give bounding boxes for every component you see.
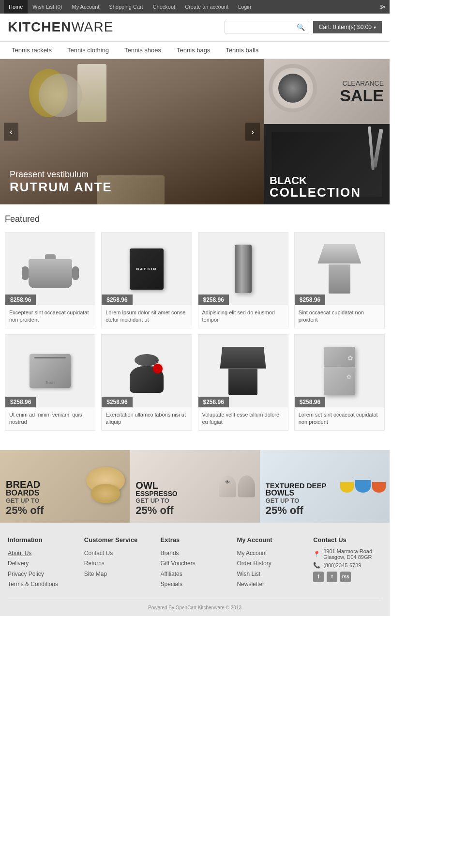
footer-link-orderhistory[interactable]: Order History — [237, 558, 305, 569]
currency-selector[interactable]: $▾ — [380, 4, 386, 10]
cat-tennis-shoes[interactable]: Tennis shoes — [117, 42, 169, 59]
footer-link-sitemap[interactable]: Site Map — [84, 569, 153, 580]
footer-link-gift-vouchers[interactable]: Gift Vouchers — [161, 558, 229, 569]
pot-visual — [26, 249, 75, 288]
facebook-icon[interactable]: f — [313, 572, 324, 582]
phone-icon: 📞 — [313, 562, 320, 569]
cat-tennis-bags[interactable]: Tennis bags — [169, 42, 218, 59]
nav-myaccount[interactable]: My Account — [67, 0, 104, 14]
grinder-visual — [125, 349, 168, 393]
footer-link-contact[interactable]: Contact Us — [84, 548, 153, 559]
toaster-visual: Braun — [30, 354, 71, 388]
twitter-icon[interactable]: t — [327, 572, 337, 582]
bread-deco — [86, 467, 125, 506]
fridge-visual: ✿ ✿ — [324, 347, 355, 395]
clearance-line2: SALE — [340, 87, 384, 104]
black-line2: COLLECTION — [270, 186, 361, 199]
footer-address: 📍 8901 Marmora Road, Glasgow, D04 89GR — [313, 548, 382, 560]
cat-tennis-balls[interactable]: Tennis balls — [218, 42, 266, 59]
promo-banner-owl[interactable]: 👁 OWL ESSPRESSO GET UP TO 25% off — [130, 450, 259, 523]
site-logo[interactable]: KITCHENWARE — [8, 19, 113, 35]
deco-knife1 — [373, 129, 383, 168]
footer-col-myaccount: My Account My Account Order History Wish… — [237, 536, 305, 590]
product-card-8[interactable]: ✿ ✿ $258.96 Lorem set sint occaecat cupi… — [294, 334, 385, 431]
price-badge-2: $258.96 — [102, 294, 132, 305]
product-img-4: $258.96 — [295, 232, 384, 305]
footer-link-affiliates[interactable]: Affiliates — [161, 569, 229, 580]
location-icon: 📍 — [313, 551, 320, 558]
top-nav-links: Home Wish List (0) My Account Shopping C… — [4, 0, 256, 14]
price-badge-7: $258.96 — [198, 397, 229, 407]
footer-phone-text: (800)2345-6789 — [323, 562, 361, 568]
promo-text-bread: BREAD BOARDS GET UP TO 25% off — [6, 480, 44, 517]
footer-col-extras-title: Extras — [161, 536, 229, 543]
product-card-5[interactable]: Braun $258.96 Ut enim ad minim veniam, q… — [5, 334, 95, 431]
rangehood2-visual — [220, 347, 266, 395]
price-badge-3: $258.96 — [198, 294, 229, 305]
footer-link-brands[interactable]: Brands — [161, 548, 229, 559]
footer-link-privacy[interactable]: Privacy Policy — [8, 569, 76, 580]
black-collection-banner[interactable]: BLACK COLLECTION — [264, 124, 390, 204]
footer-link-myaccount[interactable]: My Account — [237, 548, 305, 559]
bowls-deco — [340, 480, 386, 493]
tube-visual — [235, 245, 252, 293]
clearance-bg: CLEARANCE SALE — [264, 59, 390, 124]
product-card-2[interactable]: NAPKIN $258.96 Lorem ipsum dolor sit ame… — [101, 232, 192, 328]
footer-link-newsletter[interactable]: Newsletter — [237, 579, 305, 590]
hero-next-button[interactable]: › — [245, 123, 260, 141]
footer-link-wishlist[interactable]: Wish List — [237, 569, 305, 580]
hero-subtitle: Praesent vestibulum — [10, 170, 112, 180]
product-card-7[interactable]: $258.96 Voluptate velit esse cillum dolo… — [198, 334, 288, 431]
nav-checkout[interactable]: Checkout — [148, 0, 180, 14]
footer-col-information-title: Information — [8, 536, 76, 543]
featured-section: Featured $258.96 Excepteur sint occaecat… — [0, 204, 390, 440]
footer-bottom: Powered By OpenCart Kitchenware © 2013 — [8, 600, 382, 610]
footer-col-myaccount-title: My Account — [237, 536, 305, 543]
product-card-3[interactable]: $258.96 Adipisicing elit sed do eiusmod … — [198, 232, 288, 328]
category-nav: Tennis rackets Tennis clothing Tennis sh… — [0, 41, 390, 59]
promo-sub-owl: GET UP TO — [136, 497, 177, 504]
nav-login[interactable]: Login — [233, 0, 256, 14]
clearance-text: CLEARANCE SALE — [340, 79, 384, 104]
footer-link-about[interactable]: About Us — [8, 548, 76, 559]
search-button[interactable]: 🔍 — [297, 23, 305, 31]
promo-banners: BREAD BOARDS GET UP TO 25% off 👁 OWL ESS… — [0, 450, 390, 523]
cat-tennis-rackets[interactable]: Tennis rackets — [4, 42, 60, 59]
cart-button[interactable]: Cart: 0 item(s) $0.00 ▾ — [313, 21, 382, 33]
promo-big2-owl: ESSPRESSO — [136, 490, 177, 497]
product-card-6[interactable]: $258.96 Exercitation ullamco laboris nis… — [101, 334, 192, 431]
product-card-1[interactable]: $258.96 Excepteur sint occaecat cupidata… — [5, 232, 95, 328]
nav-home[interactable]: Home — [4, 0, 28, 14]
footer-link-returns[interactable]: Returns — [84, 558, 153, 569]
top-navigation: Home Wish List (0) My Account Shopping C… — [0, 0, 390, 14]
rss-icon[interactable]: rss — [340, 572, 351, 582]
nav-create-account[interactable]: Create an account — [180, 0, 233, 14]
search-input[interactable] — [229, 24, 297, 31]
footer-col-information: Information About Us Delivery Privacy Po… — [8, 536, 76, 590]
hero-prev-button[interactable]: ‹ — [4, 123, 18, 141]
product-card-4[interactable]: $258.96 Sint occaecat cupidatat non proi… — [294, 232, 385, 328]
footer-col-contact: Contact Us 📍 8901 Marmora Road, Glasgow,… — [313, 536, 382, 590]
deco-mussel — [278, 74, 307, 103]
footer-col-customer-service: Customer Service Contact Us Returns Site… — [84, 536, 153, 590]
products-grid: $258.96 Excepteur sint occaecat cupidata… — [5, 232, 385, 431]
nav-wishlist[interactable]: Wish List (0) — [28, 0, 67, 14]
footer-link-terms[interactable]: Terms & Conditions — [8, 579, 76, 590]
promo-big2-bread: BOARDS — [6, 489, 44, 497]
product-desc-8: Lorem set sint occaecat cupidatat non pr… — [295, 407, 384, 430]
clearance-banner[interactable]: CLEARANCE SALE — [264, 59, 390, 124]
nav-cart[interactable]: Shopping Cart — [104, 0, 148, 14]
promo-banner-bread[interactable]: BREAD BOARDS GET UP TO 25% off — [0, 450, 130, 523]
promo-text-bowls: TEXTURED DEEP BOWLS GET UP TO 25% off — [266, 482, 327, 517]
cat-tennis-clothing[interactable]: Tennis clothing — [60, 42, 117, 59]
product-desc-1: Excepteur sint occaecat cupidatat non pr… — [5, 305, 95, 328]
cart-dropdown-arrow: ▾ — [374, 25, 376, 30]
product-img-5: Braun $258.96 — [5, 335, 95, 407]
footer-grid: Information About Us Delivery Privacy Po… — [8, 536, 382, 590]
footer-link-delivery[interactable]: Delivery — [8, 558, 76, 569]
promo-banner-bowls[interactable]: TEXTURED DEEP BOWLS GET UP TO 25% off — [260, 450, 390, 523]
logo-part2: WARE — [71, 19, 113, 34]
promo-sub-bowls: GET UP TO — [266, 497, 327, 504]
product-desc-3: Adipisicing elit sed do eiusmod tempor — [198, 305, 288, 328]
footer-link-specials[interactable]: Specials — [161, 579, 229, 590]
